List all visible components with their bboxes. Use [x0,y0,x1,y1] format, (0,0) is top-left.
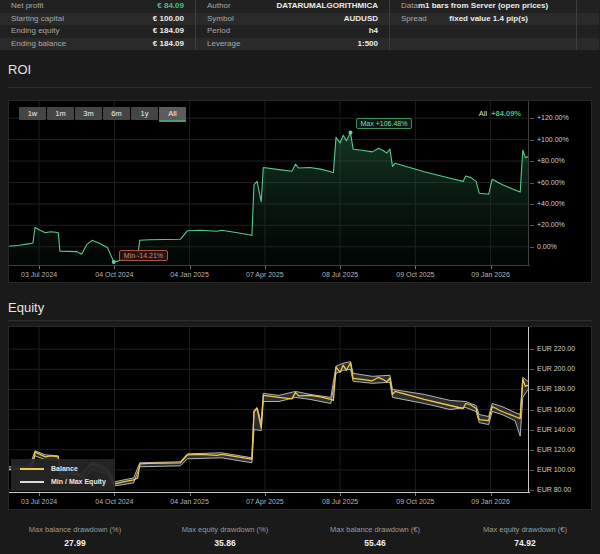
x-axis-label: 04 Oct 2024 [95,498,133,505]
stat-row [577,38,599,51]
footer-stat-label: Max equity drawdown (€) [450,525,600,534]
equity-section-title: Equity [8,300,44,315]
y-axis-label: EUR 100.00 [537,466,575,473]
stat-row: Ending balance€ 184.09 [0,38,195,51]
range-button-all[interactable]: All [159,107,186,120]
x-axis-label: 08 Jul 2025 [322,498,358,505]
x-axis-label: 04 Oct 2024 [95,271,133,278]
stat-label: Data [401,0,418,13]
x-axis-tick [265,493,266,496]
stat-label: Net profit [11,0,43,13]
roi-summary-range: All [479,109,487,118]
x-axis-label: 08 Jul 2025 [322,271,358,278]
stat-value: 1:500 [358,38,378,51]
roi-summary-value: +84.09% [491,109,521,118]
stat-value: AUDUSD [344,13,378,26]
stat-row: Spreadfixed value 1.4 pip(s) [390,13,576,26]
roi-section-title: ROI [8,62,31,77]
legend-swatch [20,468,44,470]
x-axis-tick [340,493,341,496]
y-axis-label: EUR 140.00 [537,426,575,433]
stat-label: Starting capital [11,13,64,26]
y-axis-label: EUR 220.00 [537,345,575,352]
footer-stat: Max balance drawdown (€)55.46 [300,518,450,548]
footer-stat: Max equity drawdown (€)74.92 [450,518,600,548]
y-axis-label: +60.00% [537,179,565,186]
footer-stat-value: 35.86 [150,538,300,548]
legend-item[interactable]: Balance [20,465,106,472]
x-axis-label: 09 Jan 2026 [471,498,510,505]
stat-row: Net profit€ 84.09 [0,0,195,13]
stats-column: Datam1 bars from Server (open prices)Spr… [389,0,576,50]
roi-x-axis: 03 Jul 202404 Oct 202404 Jan 202507 Apr … [9,265,530,282]
stat-row [577,25,599,38]
stat-row [577,13,599,26]
stat-row: Periodh4 [196,25,389,38]
x-axis-tick [39,493,40,496]
stat-value: € 84.09 [157,0,184,13]
y-axis-label: EUR 120.00 [537,446,575,453]
stat-row [577,0,599,13]
stats-table: Net profit€ 84.09Starting capital€ 100.0… [0,0,600,50]
stat-row: AuthorDATARUMALGORITHMICA [196,0,389,13]
stat-label: Symbol [207,13,234,26]
stat-label: Spread [401,13,427,26]
x-axis-tick [265,266,266,269]
max-annotation: Max +106.48% [356,118,413,129]
y-axis-label: EUR 160.00 [537,406,575,413]
stat-label: Period [207,25,230,38]
stats-column: AuthorDATARUMALGORITHMICASymbolAUDUSDPer… [195,0,389,50]
footer-stat: Max balance drawdown (%)27.99 [0,518,150,548]
stats-column: Net profit€ 84.09Starting capital€ 100.0… [0,0,195,50]
x-axis-label: 09 Oct 2025 [396,498,434,505]
x-axis-tick [190,266,191,269]
range-button-1m[interactable]: 1m [47,107,74,120]
legend-item[interactable]: Min / Max Equity [20,478,106,485]
range-button-3m[interactable]: 3m [75,107,102,120]
x-axis-tick [39,266,40,269]
stat-value: fixed value 1.4 pip(s) [449,13,528,26]
x-axis-tick [114,266,115,269]
equity-section-divider [8,320,592,321]
roi-y-axis: +120.00%+100.00%+80.00%+60.00%+40.00%+20… [530,101,592,282]
x-axis-tick [114,493,115,496]
stat-row: SymbolAUDUSD [196,13,389,26]
y-axis-label: 0.00% [537,243,557,250]
x-axis-label: 09 Oct 2025 [396,271,434,278]
legend-label: Balance [51,465,78,472]
roi-plot[interactable] [9,101,529,265]
stat-row: Ending equity€ 184.09 [0,25,195,38]
y-axis-label: +40.00% [537,200,565,207]
y-axis-label: +120.00% [537,114,569,121]
roi-chart: 1w1m3m6m1yAll All+84.09% +120.00%+100.00… [8,100,592,283]
stat-label: Author [207,0,231,13]
footer-stat-label: Max equity drawdown (%) [150,525,300,534]
stats-column [576,0,598,50]
stat-value: € 184.09 [153,25,184,38]
stat-label: Ending equity [11,25,59,38]
stat-row [390,25,576,38]
range-button-6m[interactable]: 6m [103,107,130,120]
stat-value: h4 [369,25,378,38]
footer-stat-label: Max balance drawdown (%) [0,525,150,534]
stat-row: Starting capital€ 100.00 [0,13,195,26]
x-axis-label: 09 Jan 2026 [471,271,510,278]
legend-label: Min / Max Equity [51,478,106,485]
footer-stat-label: Max balance drawdown (€) [300,525,450,534]
range-bar: 1w1m3m6m1yAll [19,107,186,120]
x-axis-label: 04 Jan 2025 [170,271,209,278]
x-axis-tick [415,493,416,496]
equity-y-axis: EUR 220.00EUR 200.00EUR 180.00EUR 160.00… [530,327,592,509]
x-axis-tick [340,266,341,269]
legend-swatch [20,481,44,483]
range-button-1w[interactable]: 1w [19,107,46,120]
stat-value: € 100.00 [153,13,184,26]
stat-value: DATARUMALGORITHMICA [277,0,378,13]
roi-summary-badge: All+84.09% [479,109,521,118]
stat-value: m1 bars from Server (open prices) [418,0,548,13]
x-axis-label: 04 Jan 2025 [170,498,209,505]
x-axis-label: 03 Jul 2024 [21,271,57,278]
range-button-1y[interactable]: 1y [131,107,158,120]
x-axis-label: 07 Apr 2025 [246,498,284,505]
y-axis-label: EUR 200.00 [537,365,575,372]
